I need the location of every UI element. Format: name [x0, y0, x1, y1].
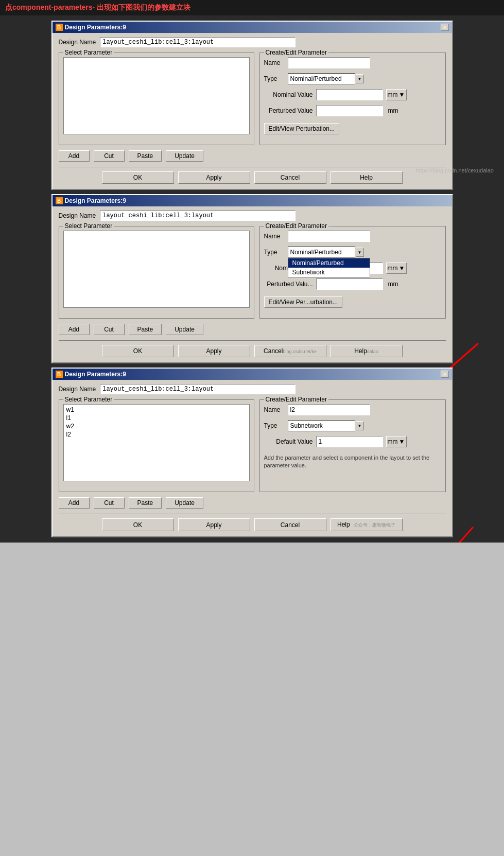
dialog1-titlebar: B Design Parameters:9 ✕: [53, 22, 452, 33]
dialog3-design-name-input[interactable]: [100, 384, 296, 394]
dialog2-update-button[interactable]: Update: [166, 324, 203, 335]
list-item-l1[interactable]: l1: [65, 414, 248, 422]
dialog3-design-name-label: Design Name: [59, 386, 96, 393]
dialog2-design-name-input[interactable]: [100, 211, 296, 221]
dialog3-right-panel: Create/Edit Parameter Name Type Subnetwo…: [259, 399, 446, 492]
dialog3-panels-row: Select Parameter w1 l1 w2 l2 Create/Edit…: [59, 399, 446, 492]
dialog1-watermark: https://blog.csdn.net/cexudalao: [415, 167, 494, 173]
dialog2-add-button[interactable]: Add: [59, 324, 90, 335]
dialog1-perturbation-row: Edit/View Perturbation...: [264, 121, 441, 134]
dialog1-cut-button[interactable]: Cut: [94, 150, 125, 162]
dialog1-type-row: Type Nominal/Perturbed ▼: [264, 73, 441, 84]
dialog1-add-button[interactable]: Add: [59, 150, 90, 162]
dialog3-default-input[interactable]: [316, 436, 383, 447]
dialog1-design-name-label: Design Name: [59, 39, 96, 46]
dialog3-body: Design Name Select Parameter w1 l1 w2 l2: [53, 380, 452, 536]
dialog1-design-name-input[interactable]: [100, 37, 296, 47]
dialog1-perturbation-button[interactable]: Edit/View Perturbation...: [264, 123, 340, 134]
dialog1-nominal-label: Nominal Value: [264, 91, 313, 98]
dialog3-default-unit[interactable]: mm ▼: [386, 436, 407, 447]
list-item-w2[interactable]: w2: [65, 422, 248, 430]
dialog2-type-dropdown-container: Nominal/Perturbed ▼ Nominal/Perturbed Su…: [288, 247, 364, 258]
dialog3-apply-button[interactable]: Apply: [178, 518, 250, 531]
dialog3-add-button[interactable]: Add: [59, 497, 90, 509]
dialog2-apply-button[interactable]: Apply: [178, 345, 250, 357]
dialog2-ok-button[interactable]: OK: [102, 345, 174, 357]
dialog1-help-button[interactable]: Help: [331, 171, 403, 184]
dialog2-titlebar: B Design Parameters:9: [53, 195, 452, 206]
header-text: 点component-parameters- 出现如下图我们的参数建立块: [5, 3, 190, 11]
dialog2-type-dropdown: Nominal/Perturbed Subnetwork: [288, 258, 370, 277]
dialog3-type-select-arrow[interactable]: ▼: [356, 421, 364, 430]
dialog3-name-input[interactable]: [288, 404, 370, 415]
dialog2-name-label: Name: [264, 233, 285, 240]
dialog3-cancel-button[interactable]: Cancel: [254, 518, 326, 531]
dialog2-cut-button[interactable]: Cut: [94, 324, 125, 335]
dialog2-panels-row: Select Parameter Create/Edit Parameter N…: [59, 226, 446, 319]
dialog1-panels-row: Select Parameter Create/Edit Parameter N…: [59, 53, 446, 145]
dialog3-default-row: Default Value mm ▼: [264, 436, 441, 447]
dialog1-param-listbox[interactable]: [63, 57, 250, 134]
dialog1-paste-button[interactable]: Paste: [129, 150, 162, 162]
dialog1-cancel-button[interactable]: Cancel: [254, 171, 326, 184]
dialog1-icon: B: [56, 24, 63, 31]
list-item-l2[interactable]: l2: [65, 430, 248, 439]
dialog2-cancel-button[interactable]: Cancelblog.csdn.net/ke: [254, 345, 326, 357]
dialog1-perturbed-row: Perturbed Value mm: [264, 105, 441, 116]
dialog2-type-label: Type: [264, 249, 285, 256]
dialog2-perturbed-input[interactable]: [316, 278, 383, 290]
dialog3-type-label: Type: [264, 422, 285, 429]
dialog1-ok-button[interactable]: OK: [102, 171, 174, 184]
dialog3-cut-button[interactable]: Cut: [94, 497, 125, 509]
dialog2-bottom-buttons: OK Apply Cancelblog.csdn.net/ke Helpdala…: [59, 340, 446, 357]
dialog3-create-edit-label: Create/Edit Parameter: [264, 396, 328, 403]
dialog1-nominal-input[interactable]: [316, 89, 383, 100]
dialog2-perturbed-unit-text: mm: [388, 281, 398, 288]
dialog1-nominal-unit[interactable]: mm ▼: [386, 89, 407, 100]
dialog3-create-edit-grid: Name Type Subnetwork ▼: [264, 404, 441, 472]
dialog3-design-name-row: Design Name: [59, 384, 446, 394]
dialog1-title: Design Parameters:9: [65, 24, 126, 31]
dialog3-type-row: Type Subnetwork ▼: [264, 420, 441, 431]
dialog1-name-row: Name: [264, 57, 441, 68]
dialog1-update-button[interactable]: Update: [166, 150, 203, 162]
dialog3-default-label: Default Value: [264, 438, 313, 445]
dialog3-bottom-buttons: OK Apply Cancel Help 公众号：惠智微电子: [59, 514, 446, 531]
dialog3-close-button[interactable]: ✕: [441, 371, 449, 378]
dialog2-perturbation-row: Edit/View Per...urbation...: [264, 294, 441, 308]
dialog2-nominal-unit[interactable]: mm ▼: [386, 263, 407, 274]
dialog2-param-listbox[interactable]: [63, 231, 250, 308]
dialog2-paste-button[interactable]: Paste: [129, 324, 162, 335]
list-item-w1[interactable]: w1: [65, 406, 248, 414]
dialog1-type-select-arrow[interactable]: ▼: [356, 74, 364, 83]
dialog2-help-button[interactable]: Helpdalao: [331, 345, 403, 357]
dialog1-bottom-buttons: OK Apply Cancel Help: [59, 167, 446, 184]
dialog3-gongzhonghao-inline: 公众号：惠智微电子: [354, 522, 395, 528]
dialog3-help-button[interactable]: Help 公众号：惠智微电子: [331, 518, 403, 531]
dialog2-type-select-arrow[interactable]: ▼: [356, 248, 364, 257]
dialog2-perturbation-button[interactable]: Edit/View Per...urbation...: [264, 296, 343, 308]
dialog3-titlebar: B Design Parameters:9 ✕: [53, 369, 452, 380]
dialog1-create-edit-label: Create/Edit Parameter: [264, 49, 328, 56]
dialog2-design-name-label: Design Name: [59, 212, 96, 219]
dialog2-name-input[interactable]: [288, 231, 370, 242]
dialog3-description-row: Add the parameter and select a component…: [264, 452, 441, 470]
dialog1-perturbed-input[interactable]: [316, 105, 383, 116]
dialog1-name-input[interactable]: [288, 57, 370, 68]
dialog1-apply-button[interactable]: Apply: [178, 171, 250, 184]
dialog1: B Design Parameters:9 ✕ Design Name Sele…: [51, 21, 453, 190]
dialog3-ok-button[interactable]: OK: [102, 518, 174, 531]
dialog1-close-button[interactable]: ✕: [441, 24, 449, 31]
dialog3-update-button[interactable]: Update: [166, 497, 203, 509]
dialog1-perturbed-label: Perturbed Value: [264, 107, 313, 114]
dialog2-dropdown-item-nominal[interactable]: Nominal/Perturbed: [288, 258, 370, 268]
dialog1-name-label: Name: [264, 59, 285, 66]
dialog2-body: Design Name Select Parameter Create/Edit…: [53, 206, 452, 362]
dialog3-action-buttons: Add Cut Paste Update: [59, 497, 446, 509]
dialog3-paste-button[interactable]: Paste: [129, 497, 162, 509]
dialog3-param-listbox[interactable]: w1 l1 w2 l2: [63, 404, 250, 481]
dialog2-right-panel: Create/Edit Parameter Name Type Nomin: [259, 226, 446, 319]
dialog2: B Design Parameters:9 Design Name Select…: [51, 194, 453, 363]
dialog2-design-name-row: Design Name: [59, 211, 446, 221]
dialog2-dropdown-item-subnetwork[interactable]: Subnetwork: [288, 268, 370, 277]
